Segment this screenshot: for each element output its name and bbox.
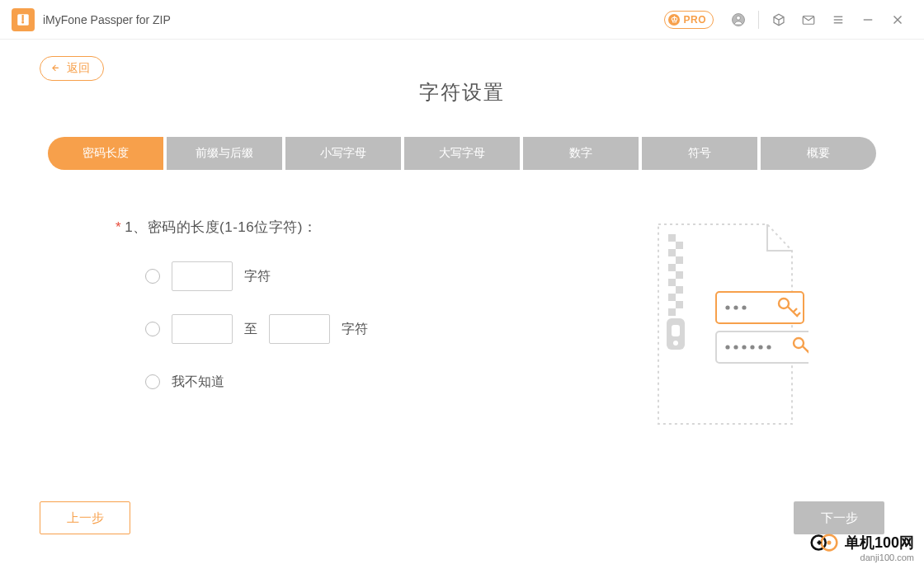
range-to-label: 至: [244, 321, 257, 338]
svg-rect-19: [676, 286, 683, 294]
section-label-text: 1、密码的长度(1-16位字符)：: [125, 219, 317, 235]
svg-point-35: [750, 345, 754, 349]
svg-rect-21: [676, 301, 683, 308]
watermark: 单机100网 danji100.com: [810, 531, 914, 562]
svg-rect-13: [676, 242, 683, 249]
svg-point-2: [21, 21, 24, 23]
svg-point-25: [673, 341, 678, 346]
svg-point-4: [737, 16, 741, 20]
user-icon[interactable]: [728, 10, 748, 30]
required-asterisk: *: [116, 219, 121, 235]
cube-icon[interactable]: [769, 10, 789, 30]
app-icon: [12, 8, 35, 31]
tab-summary[interactable]: 概要: [761, 137, 876, 170]
pro-badge[interactable]: ♔ PRO: [664, 11, 714, 29]
radio-unknown[interactable]: [145, 374, 160, 389]
unknown-label: 我不知道: [172, 374, 224, 391]
svg-rect-24: [672, 325, 680, 336]
tab-strip: 密码长度 前缀与后缀 小写字母 大写字母 数字 符号 概要: [0, 137, 924, 170]
tab-password-length[interactable]: 密码长度: [48, 137, 163, 170]
svg-rect-20: [668, 294, 676, 301]
svg-point-36: [758, 345, 762, 349]
next-button[interactable]: 下一步: [794, 501, 884, 534]
radio-range[interactable]: [145, 322, 160, 336]
menu-icon[interactable]: [828, 10, 848, 30]
svg-rect-12: [668, 234, 676, 242]
back-arrow-icon: [50, 63, 62, 74]
svg-point-28: [733, 305, 738, 309]
zip-illustration: [652, 218, 808, 432]
svg-point-33: [733, 345, 738, 349]
tab-lowercase[interactable]: 小写字母: [285, 137, 401, 170]
radio-exact[interactable]: [145, 269, 160, 284]
tab-symbols[interactable]: 符号: [642, 137, 757, 170]
svg-rect-22: [668, 308, 676, 316]
pro-label: PRO: [683, 14, 706, 26]
tab-uppercase[interactable]: 大写字母: [404, 137, 520, 170]
mail-icon[interactable]: [799, 10, 818, 30]
svg-rect-14: [668, 249, 676, 256]
svg-point-29: [742, 305, 746, 309]
content-area: *1、密码的长度(1-16位字符)： 字符 至 字符 我不知道: [116, 218, 924, 397]
watermark-brand: 单机100网: [845, 533, 914, 553]
close-icon[interactable]: [888, 10, 908, 30]
svg-rect-18: [668, 279, 676, 286]
exact-unit-label: 字符: [244, 268, 271, 285]
divider: [758, 11, 759, 29]
svg-rect-16: [668, 264, 676, 271]
footer: 上一步 下一步: [0, 501, 924, 534]
watermark-logo-icon: [810, 531, 838, 554]
svg-rect-15: [676, 256, 683, 264]
svg-point-41: [827, 540, 831, 544]
minimize-icon[interactable]: [858, 10, 878, 30]
range-to-input[interactable]: [269, 314, 330, 344]
back-label: 返回: [67, 61, 90, 76]
svg-point-37: [766, 345, 771, 349]
page-title: 字符设置: [0, 79, 924, 106]
titlebar: iMyFone Passper for ZIP ♔ PRO: [0, 0, 924, 40]
back-button[interactable]: 返回: [40, 56, 104, 81]
tab-prefix-suffix[interactable]: 前缀与后缀: [167, 137, 282, 170]
tab-digits[interactable]: 数字: [523, 137, 639, 170]
svg-point-27: [725, 305, 729, 309]
range-from-input[interactable]: [172, 314, 233, 344]
exact-length-input[interactable]: [172, 261, 233, 291]
svg-rect-1: [22, 15, 24, 21]
pro-crown-icon: ♔: [668, 14, 680, 26]
svg-point-32: [725, 345, 729, 349]
prev-button[interactable]: 上一步: [40, 501, 130, 534]
app-title: iMyFone Passper for ZIP: [43, 13, 171, 26]
svg-point-34: [742, 345, 746, 349]
range-unit-label: 字符: [342, 321, 368, 338]
svg-rect-17: [676, 271, 683, 279]
